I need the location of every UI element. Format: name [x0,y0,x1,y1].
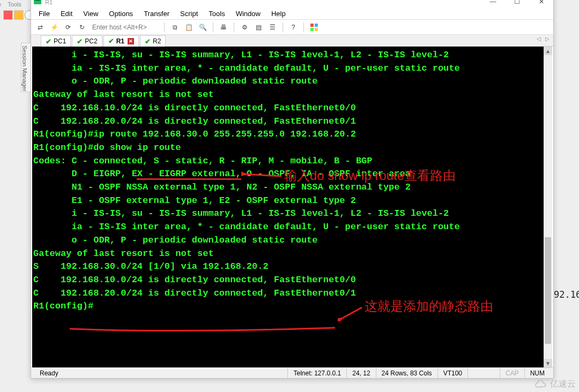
terminal-line: R1(config)#do show ip route [33,141,543,155]
terminal-line: E1 - OSPF external type 1, E2 - OSPF ext… [33,194,543,208]
color-swatch-red [3,10,13,20]
gear-icon[interactable]: ⚙ [239,21,250,33]
app-icon [33,0,42,6]
tab-label: R2 [153,37,161,45]
tab-pc1[interactable]: ✔PC1 [41,35,71,47]
menu-script[interactable]: Script [175,9,203,19]
menu-icon[interactable]: ☰ [266,21,278,33]
maximize-button[interactable]: ☐ [505,0,529,7]
status-ready: Ready [34,368,288,378]
paste-icon[interactable]: 📋 [183,21,195,33]
tab-label: PC2 [85,37,97,45]
window-title: R1 [45,0,53,5]
menu-file[interactable]: File [33,9,55,19]
copy-icon[interactable]: ⧉ [169,21,181,33]
svg-rect-2 [310,24,314,27]
toolbar: ⇄ ⚡ ⟳ ↻ ⧉ 📋 🔍 🖶 ⚙ ▤ ☰ ? [31,20,553,35]
session-manager-tab[interactable]: Session Manager [21,43,31,92]
host-input[interactable] [90,22,160,33]
tab-r2[interactable]: ✔R2 [140,35,166,47]
tab-nav: ◁ ▷ [535,36,551,42]
svg-rect-4 [310,28,314,31]
palette-icon[interactable] [308,21,320,33]
terminal-line: C 192.168.20.0/24 is directly connected,… [33,115,543,129]
terminal-line: Gateway of last resort is not set [33,88,543,102]
watermark-label: 亿速云 [550,379,576,390]
toolbar-separator [303,22,304,32]
check-icon: ✔ [77,37,83,46]
terminal-line: Codes: C - connected, S - static, R - RI… [33,155,543,168]
status-cursor-pos: 24, 12 [347,368,376,378]
scroll-down-icon[interactable]: ▼ [544,359,552,367]
terminal-line: ia - IS-IS inter area, * - candidate def… [33,62,543,76]
tab-label: R1 [116,37,124,45]
status-term: VT100 [438,368,468,378]
cloud-icon [534,380,548,389]
close-button[interactable]: ✕ [529,0,553,7]
menu-help[interactable]: Help [266,9,291,19]
terminal-line: S 192.168.30.0/24 [1/0] via 192.168.20.2 [33,260,543,274]
status-num: NUM [525,368,550,378]
terminal-line: i - IS-IS, su - IS-IS summary, L1 - IS-I… [33,49,543,62]
menu-transfer[interactable]: Transfer [138,9,175,19]
svg-rect-5 [315,28,318,31]
app-window: R1 — ☐ ✕ FileEditViewOptionsTransferScri… [31,0,554,379]
tab-r1[interactable]: ✔R1✕ [103,35,139,47]
terminal-line: i - IS-IS, su - IS-IS summary, L1 - IS-I… [33,207,543,221]
menu-options[interactable]: Options [103,9,138,19]
status-size: 24 Rows, 83 Cols [376,368,438,378]
toolbar-separator [164,22,165,32]
sync-icon[interactable]: ⟳ [62,21,74,33]
scroll-track[interactable] [544,55,552,359]
menu-window[interactable]: Window [231,9,266,19]
menu-view[interactable]: View [78,9,103,19]
terminal-line: N1 - OSPF NSSA external type 1, N2 - OSP… [33,181,543,194]
terminal-area: i - IS-IS, su - IS-IS summary, L1 - IS-I… [32,47,552,367]
titlebar: R1 — ☐ ✕ [31,0,553,8]
terminal-line: R1(config)#ip route 192.168.30.0 255.255… [33,128,543,141]
options-icon[interactable]: ▤ [253,21,264,33]
tabbar: ✔PC1✔PC2✔R1✕✔R2 ◁ ▷ [31,35,553,47]
toolbar-separator [213,22,213,32]
check-icon: ✔ [108,37,114,45]
svg-rect-3 [315,24,318,27]
toolbar-separator [234,22,234,32]
help-icon[interactable]: ? [287,21,299,33]
status-empty [468,368,500,378]
tab-next-icon[interactable]: ▷ [544,36,551,42]
menu-edit[interactable]: Edit [55,9,78,19]
status-connection: Telnet: 127.0.0.1 [288,368,347,378]
tab-close-icon[interactable]: ✕ [128,38,134,44]
status-cap: CAP [500,368,525,378]
minimize-button[interactable]: — [481,0,505,7]
window-controls: — ☐ ✕ [481,0,553,7]
terminal-line: o - ODR, P - periodic downloaded static … [33,75,543,88]
find-icon[interactable]: 🔍 [197,21,209,33]
lightning-icon[interactable]: ⚡ [48,21,60,33]
terminal-line: ia - IS-IS inter area, * - candidate def… [33,221,543,234]
terminal-line: Gateway of last resort is not set [33,247,543,261]
check-icon: ✔ [46,37,51,46]
color-swatch-yellow [14,10,24,20]
watermark: 亿速云 [534,379,576,390]
terminal-line: D - EIGRP, EX - EIGRP external, O - OSPF… [33,168,543,181]
menu-tools[interactable]: Tools [203,9,230,19]
terminal-line: C 192.168.20.0/24 is directly connected,… [33,287,543,300]
terminal[interactable]: i - IS-IS, su - IS-IS summary, L1 - IS-I… [32,47,544,367]
vertical-scrollbar[interactable]: ▲ ▼ [544,47,552,367]
reconnect-icon[interactable]: ⇄ [34,21,46,33]
terminal-line: o - ODR, P - periodic downloaded static … [33,234,543,247]
toolbar-separator [283,22,283,32]
annotation-underline-curve [70,327,335,334]
scroll-thumb[interactable] [545,237,551,343]
reload-icon[interactable]: ↻ [76,21,88,33]
statusbar: Ready Telnet: 127.0.0.1 24, 12 24 Rows, … [31,367,553,378]
print-icon[interactable]: 🖶 [218,21,229,33]
tab-pc2[interactable]: ✔PC2 [72,35,102,47]
tab-prev-icon[interactable]: ◁ [535,36,543,42]
terminal-line: C 192.168.10.0/24 is directly connected,… [33,274,543,287]
scroll-up-icon[interactable]: ▲ [544,47,552,55]
tab-label: PC1 [54,37,66,45]
annotation-underline [137,178,241,180]
menubar: FileEditViewOptionsTransferScriptToolsWi… [31,8,553,20]
